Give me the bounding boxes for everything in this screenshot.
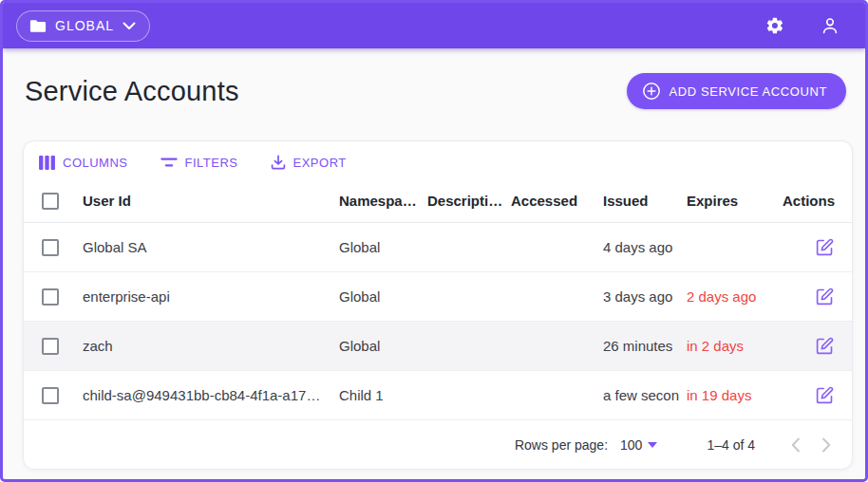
edit-button[interactable] bbox=[815, 237, 835, 257]
previous-page-button[interactable] bbox=[791, 437, 801, 453]
chevron-left-icon bbox=[791, 437, 801, 453]
account-button[interactable] bbox=[814, 9, 846, 42]
column-header-issued: Issued bbox=[603, 193, 687, 209]
chevron-down-icon bbox=[123, 22, 136, 30]
rows-per-page-select[interactable]: 100 bbox=[620, 437, 657, 453]
next-page-button[interactable] bbox=[821, 437, 831, 453]
table-header-row: User Id Namespa… Descripti… Accessed Iss… bbox=[24, 179, 852, 223]
cell-namespace: Global bbox=[339, 338, 427, 354]
column-header-description: Descripti… bbox=[427, 193, 511, 209]
column-header-accessed: Accessed bbox=[511, 193, 603, 209]
cell-issued: 26 minutes bbox=[603, 338, 687, 354]
cell-issued: a few secon bbox=[603, 387, 687, 403]
edit-icon bbox=[815, 336, 835, 356]
table-body: Global SA Global 4 days ago enterprise-a bbox=[24, 223, 852, 420]
row-checkbox[interactable] bbox=[42, 338, 59, 355]
row-checkbox[interactable] bbox=[42, 288, 59, 306]
pagination-range: 1–4 of 4 bbox=[707, 437, 755, 453]
person-icon bbox=[820, 15, 840, 36]
filter-icon bbox=[160, 157, 178, 168]
folder-icon bbox=[29, 19, 47, 33]
table-footer: Rows per page: 100 1–4 of 4 bbox=[24, 420, 852, 469]
cell-namespace: Global bbox=[339, 239, 427, 255]
column-header-user-id: User Id bbox=[83, 193, 339, 209]
cell-namespace: Global bbox=[339, 288, 427, 305]
edit-button[interactable] bbox=[815, 385, 835, 405]
row-checkbox[interactable] bbox=[42, 387, 59, 404]
cell-expires: in 19 days bbox=[687, 387, 776, 403]
org-selector-label: GLOBAL bbox=[55, 18, 114, 33]
columns-icon bbox=[39, 156, 55, 170]
column-header-actions: Actions bbox=[776, 193, 852, 209]
column-header-expires: Expires bbox=[687, 193, 776, 209]
app-bar: GLOBAL bbox=[3, 3, 865, 48]
export-button[interactable]: EXPORT bbox=[271, 155, 347, 170]
filters-button[interactable]: FILTERS bbox=[160, 156, 238, 170]
gear-icon bbox=[765, 16, 784, 35]
row-checkbox[interactable] bbox=[42, 239, 59, 256]
edit-button[interactable] bbox=[815, 336, 835, 356]
cell-namespace: Child 1 bbox=[339, 387, 427, 403]
table-row[interactable]: Global SA Global 4 days ago bbox=[24, 223, 852, 272]
cell-expires: 2 days ago bbox=[687, 288, 776, 305]
plus-circle-icon bbox=[642, 82, 661, 101]
export-button-label: EXPORT bbox=[293, 156, 347, 170]
page-head: Service Accounts ADD SERVICE ACCOUNT bbox=[3, 48, 865, 109]
chevron-right-icon bbox=[821, 437, 831, 453]
page-title: Service Accounts bbox=[25, 76, 239, 107]
edit-icon bbox=[815, 385, 835, 405]
rows-per-page-label: Rows per page: bbox=[515, 437, 608, 453]
cell-user-id: Global SA bbox=[83, 239, 339, 255]
table-toolbar: COLUMNS FILTERS EXPORT bbox=[24, 141, 852, 179]
edit-icon bbox=[815, 237, 835, 257]
org-selector[interactable]: GLOBAL bbox=[16, 10, 150, 42]
edit-button[interactable] bbox=[815, 287, 835, 306]
cell-user-id: zach bbox=[83, 338, 339, 354]
cell-issued: 4 days ago bbox=[603, 239, 687, 255]
cell-issued: 3 days ago bbox=[603, 288, 687, 305]
cell-expires: in 2 days bbox=[687, 338, 776, 354]
download-icon bbox=[271, 155, 286, 170]
columns-button[interactable]: COLUMNS bbox=[39, 156, 128, 170]
filters-button-label: FILTERS bbox=[185, 156, 238, 170]
add-service-account-button[interactable]: ADD SERVICE ACCOUNT bbox=[627, 73, 846, 109]
table-row[interactable]: child-sa@949431bb-cb84-4f1a-a17… Child 1… bbox=[24, 371, 852, 420]
cell-user-id: child-sa@949431bb-cb84-4f1a-a17… bbox=[83, 387, 339, 403]
rows-per-page-value: 100 bbox=[620, 437, 642, 453]
table-row[interactable]: zach Global 26 minutes in 2 days bbox=[24, 322, 852, 371]
service-accounts-card: COLUMNS FILTERS EXPORT User Id Namespa… … bbox=[23, 140, 853, 470]
add-service-account-label: ADD SERVICE ACCOUNT bbox=[670, 84, 827, 99]
columns-button-label: COLUMNS bbox=[63, 156, 128, 170]
app-window: GLOBAL Service Accounts ADD SERVICE ACCO… bbox=[0, 0, 868, 482]
column-header-namespace: Namespa… bbox=[339, 193, 427, 209]
settings-button[interactable] bbox=[759, 9, 791, 42]
table-row[interactable]: enterprise-api Global 3 days ago 2 days … bbox=[24, 272, 852, 322]
cell-user-id: enterprise-api bbox=[83, 288, 339, 305]
select-all-checkbox[interactable] bbox=[42, 193, 59, 210]
edit-icon bbox=[815, 287, 835, 306]
caret-down-icon bbox=[648, 442, 657, 448]
